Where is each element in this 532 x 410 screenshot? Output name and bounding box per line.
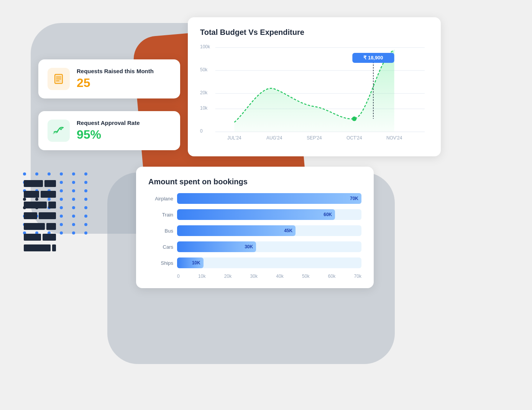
dot: [72, 172, 75, 175]
bar-fill: 70K: [177, 193, 361, 204]
dot: [48, 172, 51, 175]
dot: [84, 189, 87, 192]
x-axis-label: 30k: [250, 274, 258, 279]
bookings-bar-chart: Airplane 70K Train 60K Bus 45K Cars: [148, 193, 361, 268]
svg-text:50k: 50k: [200, 67, 207, 72]
approval-rate-card: Request Approval Rate 95%: [38, 111, 180, 150]
requests-raised-card: Requests Raised this Month 25: [38, 59, 180, 98]
approval-label: Request Approval Rate: [77, 120, 140, 126]
svg-text:100k: 100k: [200, 44, 210, 49]
svg-text:SEP'24: SEP'24: [307, 135, 322, 141]
bar-track: 30K: [177, 241, 361, 252]
bar-row-bus: Bus 45K: [148, 225, 361, 236]
budget-chart-title: Total Budget Vs Expenditure: [200, 28, 429, 37]
bar-value: 30K: [245, 244, 253, 249]
bar-label: Airplane: [148, 196, 173, 202]
tooltip-text: ₹ 18,900: [363, 55, 383, 61]
x-axis-labels: 010k20k30k40k50k60k70k: [177, 274, 361, 279]
x-axis-label: 0: [177, 274, 180, 279]
bar-fill: 10K: [177, 257, 204, 268]
dot: [23, 172, 26, 175]
svg-text:OCT'24: OCT'24: [346, 135, 362, 141]
budget-chart-card: Total Budget Vs Expenditure 100k 50k 20k…: [188, 17, 441, 156]
bar-decoration: [24, 180, 56, 251]
bar-fill: 30K: [177, 241, 256, 252]
bar-row-train: Train 60K: [148, 209, 361, 220]
bar-track: 60K: [177, 209, 361, 220]
dot: [60, 231, 63, 235]
bar-row-cars: Cars 30K: [148, 241, 361, 252]
x-axis-label: 60k: [328, 274, 335, 279]
bar-row-airplane: Airplane 70K: [148, 193, 361, 204]
bar-value: 70K: [350, 196, 358, 201]
x-axis-label: 40k: [276, 274, 283, 279]
dot: [35, 172, 38, 175]
bar-track: 10K: [177, 257, 361, 268]
bar-row-ships: Ships 10K: [148, 257, 361, 268]
x-axis-label: 10k: [198, 274, 205, 279]
dot: [72, 206, 75, 209]
dot: [72, 231, 75, 235]
dot: [60, 198, 63, 201]
dot: [84, 181, 87, 184]
x-axis-label: 20k: [224, 274, 232, 279]
oct-datapoint: [352, 116, 356, 121]
approval-value: 95%: [77, 128, 140, 142]
approval-icon: [48, 120, 70, 142]
budget-chart-area: 100k 50k 20k 10k 0: [200, 44, 429, 147]
dot: [84, 206, 87, 209]
bar-label: Bus: [148, 228, 173, 234]
dot: [60, 223, 63, 226]
bar-label: Cars: [148, 244, 173, 250]
budget-line-chart: 100k 50k 20k 10k 0: [200, 44, 429, 147]
x-axis-label: 50k: [302, 274, 309, 279]
approval-info: Request Approval Rate 95%: [77, 120, 140, 142]
bar-value: 10K: [192, 260, 200, 266]
bar-track: 70K: [177, 193, 361, 204]
dot: [84, 215, 87, 218]
dot: [84, 198, 87, 201]
svg-text:JUL'24: JUL'24: [227, 135, 241, 141]
bookings-chart-title: Amount spent on bookings: [148, 177, 361, 186]
x-axis-label: 70k: [354, 274, 361, 279]
dot: [60, 206, 63, 209]
bar-fill: 60K: [177, 209, 335, 220]
bar-label: Ships: [148, 260, 173, 266]
dot: [84, 223, 87, 226]
bar-value: 45K: [284, 228, 292, 233]
bar-track: 45K: [177, 225, 361, 236]
dot: [72, 189, 75, 192]
dot: [60, 189, 63, 192]
bar-fill: 45K: [177, 225, 296, 236]
dot: [60, 181, 63, 184]
dot: [60, 215, 63, 218]
bar-label: Train: [148, 212, 173, 218]
requests-label: Requests Raised this Month: [77, 68, 154, 74]
bookings-chart-card: Amount spent on bookings Airplane 70K Tr…: [136, 167, 374, 288]
requests-value: 25: [77, 76, 154, 90]
svg-text:AUG'24: AUG'24: [266, 135, 282, 141]
dot: [72, 215, 75, 218]
svg-text:20k: 20k: [200, 90, 207, 95]
dot: [72, 198, 75, 201]
dot: [84, 172, 87, 175]
requests-info: Requests Raised this Month 25: [77, 68, 154, 90]
dot: [60, 172, 63, 175]
dot: [72, 223, 75, 226]
svg-text:10k: 10k: [200, 105, 207, 111]
dot: [72, 181, 75, 184]
svg-text:0: 0: [200, 128, 203, 134]
svg-text:NOV'24: NOV'24: [386, 135, 402, 141]
dot: [84, 231, 87, 235]
bar-value: 60K: [323, 212, 332, 217]
requests-icon: [48, 68, 70, 90]
